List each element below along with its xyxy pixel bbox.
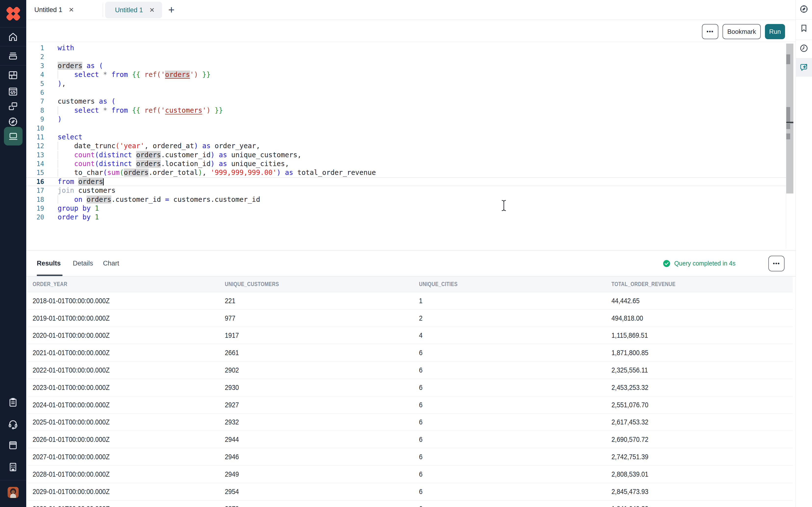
table-row[interactable]: 2028-01-01T00:00:00.000Z294962,808,539.0…	[27, 466, 793, 483]
code-line[interactable]: 18 on orders.customer_id = customers.cus…	[26, 195, 786, 204]
organization-building-icon[interactable]	[7, 461, 19, 473]
code-line[interactable]: 20order by 1	[26, 213, 786, 222]
code-line[interactable]: 7customers as (	[26, 97, 786, 106]
table-row[interactable]: 2019-01-01T00:00:00.000Z9772494,818.00	[27, 309, 793, 327]
table-cell: 2024-01-01T00:00:00.000Z	[33, 401, 225, 409]
table-row[interactable]: 2024-01-01T00:00:00.000Z292762,551,076.7…	[27, 396, 793, 414]
code-line[interactable]: 8 select * from {{ ref('customers') }}	[26, 106, 786, 115]
code-line[interactable]: 5),	[26, 79, 786, 88]
table-row[interactable]: 2023-01-01T00:00:00.000Z293062,453,253.3…	[27, 379, 793, 396]
table-row[interactable]: 2027-01-01T00:00:00.000Z294662,742,751.3…	[27, 448, 793, 466]
tab-details[interactable]: Details	[73, 251, 93, 276]
table-cell: 2029-01-01T00:00:00.000Z	[33, 488, 225, 496]
code-text: to_char(sum(orders.order_total), '999,99…	[44, 168, 786, 177]
line-number: 6	[26, 88, 44, 97]
table-cell: 221	[225, 297, 419, 305]
check-circle-icon	[662, 260, 671, 268]
run-button[interactable]: Run	[765, 24, 785, 39]
table-cell: 1,871,800.85	[611, 348, 778, 357]
code-line[interactable]: 2	[26, 52, 786, 61]
tab-chart[interactable]: Chart	[103, 251, 119, 276]
table-cell: 2944	[225, 435, 419, 444]
table-row[interactable]: 2029-01-01T00:00:00.000Z295462,845,473.9…	[27, 483, 793, 500]
editor-tab-bar: Untitled 1 ✕ Untitled 1 ✕ +	[26, 0, 796, 20]
table-cell: 494,818.00	[611, 314, 778, 322]
bookmark-icon[interactable]	[799, 23, 809, 34]
results-panel: Results Details Chart Query completed in…	[26, 250, 796, 507]
code-text: on orders.customer_id = customers.custom…	[44, 195, 786, 204]
table-cell: 4	[419, 331, 611, 339]
docs-book-icon[interactable]	[7, 440, 19, 451]
code-line[interactable]: 1with	[26, 44, 786, 52]
code-line[interactable]: 11select	[26, 133, 786, 142]
table-row[interactable]: 2022-01-01T00:00:00.000Z290262,325,556.1…	[27, 361, 793, 379]
table-cell: 2	[419, 314, 611, 322]
windows-icon[interactable]	[7, 101, 19, 112]
table-cell: 2946	[225, 453, 419, 461]
code-line[interactable]: 16from orders	[26, 177, 786, 186]
compass-icon[interactable]	[7, 116, 19, 127]
code-line[interactable]: 14 count(distinct orders.location_id) as…	[26, 160, 786, 168]
results-more-button[interactable]: •••	[768, 256, 784, 271]
tab-untitled-1-active[interactable]: Untitled 1 ✕	[105, 2, 162, 18]
compass-icon[interactable]	[799, 4, 809, 14]
user-avatar[interactable]	[8, 487, 19, 498]
table-row[interactable]: 2026-01-01T00:00:00.000Z294462,690,570.7…	[27, 431, 793, 448]
table-cell: 2019-01-01T00:00:00.000Z	[33, 314, 225, 322]
code-line[interactable]: 6	[26, 88, 786, 97]
code-line[interactable]: 9)	[26, 115, 786, 124]
history-clock-icon[interactable]	[799, 43, 809, 54]
tab-results[interactable]: Results	[37, 251, 61, 276]
table-row[interactable]: 2025-01-01T00:00:00.000Z293262,617,453.3…	[27, 414, 793, 431]
code-line[interactable]: 4 select * from {{ ref('orders') }}	[26, 70, 786, 79]
more-options-button[interactable]: •••	[702, 24, 718, 39]
code-text: )	[44, 115, 786, 124]
code-window-icon[interactable]	[7, 86, 19, 97]
table-cell: 6	[419, 366, 611, 374]
match-marker	[786, 133, 790, 139]
support-headset-icon[interactable]	[7, 418, 19, 430]
close-icon[interactable]: ✕	[149, 6, 155, 14]
drawer-icon[interactable]	[7, 50, 19, 61]
code-line[interactable]: 13 count(distinct orders.customer_id) as…	[26, 151, 786, 160]
code-line[interactable]: 12 date_trunc('year', ordered_at) as ord…	[26, 142, 786, 150]
table-cell: 2020-01-01T00:00:00.000Z	[33, 331, 225, 339]
line-number: 5	[26, 79, 44, 88]
table-row[interactable]: 2020-01-01T00:00:00.000Z191741,115,869.5…	[27, 327, 793, 344]
code-text: orders as (	[44, 61, 786, 70]
code-line[interactable]: 3orders as (	[26, 61, 786, 70]
table-cell: 2,845,473.93	[611, 488, 778, 496]
code-text: with	[44, 44, 786, 52]
text-cursor-pointer	[500, 200, 507, 211]
code-text: order by 1	[44, 213, 786, 222]
sql-editor[interactable]: 1with2 3orders as (4 select * from {{ re…	[26, 42, 786, 250]
close-icon[interactable]: ✕	[69, 6, 74, 14]
new-tab-button[interactable]: +	[164, 0, 179, 19]
line-number: 7	[26, 97, 44, 106]
ai-chat-sparkle-icon[interactable]	[796, 58, 812, 77]
divider	[0, 46, 26, 46]
table-row[interactable]: 2018-01-01T00:00:00.000Z221144,442.65	[27, 292, 793, 309]
dashboard-icon[interactable]	[7, 69, 19, 81]
code-text: join customers	[44, 186, 786, 195]
table-row[interactable]: 2021-01-01T00:00:00.000Z266161,871,800.8…	[27, 344, 793, 361]
laptop-terminal-icon[interactable]	[4, 127, 22, 146]
app-window: Untitled 1 ✕ Untitled 1 ✕ + ••• Bookmark…	[0, 0, 812, 507]
table-cell: 44,442.65	[611, 297, 778, 305]
tab-untitled-1[interactable]: Untitled 1 ✕	[26, 0, 81, 19]
line-number: 11	[26, 133, 44, 142]
home-icon[interactable]	[7, 31, 19, 42]
table-header: ORDER_YEAR UNIQUE_CUSTOMERS UNIQUE_CITIE…	[27, 277, 793, 292]
table-cell: 6	[419, 418, 611, 426]
code-line[interactable]: 10	[26, 124, 786, 133]
code-line[interactable]: 17join customers	[26, 186, 786, 195]
table-row[interactable]: 2030-01-01T00:00:00.000Z287961,841,049.3…	[27, 500, 793, 507]
code-line[interactable]: 19group by 1	[26, 204, 786, 213]
app-logo-icon[interactable]	[6, 6, 20, 21]
code-line[interactable]: 15 to_char(sum(orders.order_total), '999…	[26, 168, 786, 177]
column-header: UNIQUE_CUSTOMERS	[225, 281, 419, 288]
bookmark-button[interactable]: Bookmark	[722, 24, 761, 39]
clipboard-icon[interactable]	[7, 397, 19, 408]
match-marker	[786, 124, 790, 129]
line-number: 12	[26, 142, 44, 150]
